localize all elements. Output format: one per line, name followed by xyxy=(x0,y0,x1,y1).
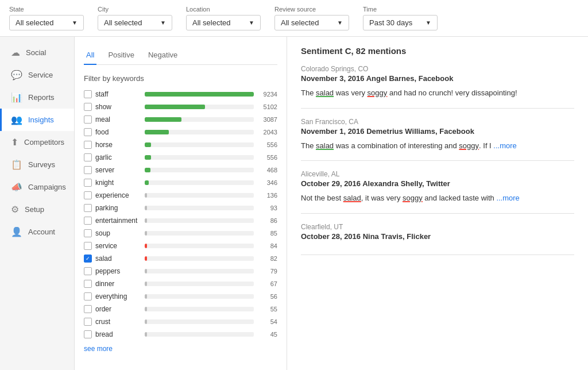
review-text: The salad was a combination of interesti… xyxy=(301,140,574,152)
sidebar-item-surveys[interactable]: 📋Surveys xyxy=(0,153,74,176)
keyword-checkbox-meal[interactable] xyxy=(84,115,92,124)
review-location: Aliceville, AL xyxy=(301,170,574,178)
keyword-row-bread: bread45 xyxy=(84,329,277,340)
sidebar-item-account[interactable]: 👤Account xyxy=(0,221,74,243)
keyword-name: experience xyxy=(95,191,141,199)
keyword-bar-container xyxy=(145,180,254,185)
keyword-checkbox-service[interactable] xyxy=(84,242,92,250)
filter-select-time[interactable]: Past 30 days▼ xyxy=(363,15,438,30)
keyword-checkbox-soup[interactable] xyxy=(84,229,92,237)
see-more-link[interactable]: see more xyxy=(84,345,277,353)
keyword-checkbox-salad[interactable] xyxy=(84,255,92,263)
tabs: AllPositiveNegative xyxy=(84,46,277,65)
tab-negative[interactable]: Negative xyxy=(146,46,180,65)
sidebar-item-label: Campaigns xyxy=(28,183,66,191)
filter-label: Time xyxy=(363,6,438,13)
sidebar-item-label: Surveys xyxy=(28,160,55,169)
keyword-bar-container xyxy=(145,332,254,337)
keyword-checkbox-entertainment[interactable] xyxy=(84,217,92,225)
review-meta: November 1, 2016 Demetrius Williams, Fac… xyxy=(301,127,574,136)
keyword-bar-container xyxy=(145,168,254,172)
sidebar-item-label: Competitors xyxy=(24,138,64,147)
keyword-count: 67 xyxy=(257,280,277,287)
keyword-checkbox-peppers[interactable] xyxy=(84,267,92,275)
keyword-checkbox-everything[interactable] xyxy=(84,292,92,300)
tab-all[interactable]: All xyxy=(84,46,96,65)
keyword-checkbox-staff[interactable] xyxy=(84,90,92,98)
sidebar-item-social[interactable]: ☁Social xyxy=(0,41,74,64)
reviews-panel: Sentiment C, 82 mentions Colorado Spring… xyxy=(287,37,588,370)
filter-label: Location xyxy=(186,6,261,13)
keyword-checkbox-parking[interactable] xyxy=(84,204,92,212)
sidebar-item-reports[interactable]: 📊Reports xyxy=(0,86,74,109)
sidebar-item-label: Reports xyxy=(28,93,55,102)
keyword-bar xyxy=(145,206,147,210)
keyword-count: 9234 xyxy=(257,91,277,98)
keyword-row-dinner: dinner67 xyxy=(84,278,277,290)
keyword-row-crust: crust54 xyxy=(84,316,277,327)
keyword-checkbox-bread[interactable] xyxy=(84,330,92,338)
keyword-name: peppers xyxy=(95,267,141,275)
keyword-name: bread xyxy=(95,330,141,338)
keyword-bar-container xyxy=(145,218,254,223)
review-card-0: Colorado Springs, CONovember 3, 2016 Ang… xyxy=(301,65,574,109)
review-text: The salad was very soggy and had no crun… xyxy=(301,87,574,99)
filter-select-review-source[interactable]: All selected▼ xyxy=(274,15,349,30)
keyword-checkbox-garlic[interactable] xyxy=(84,153,92,161)
keyword-row-horse: horse556 xyxy=(84,139,277,151)
keyword-name: garlic xyxy=(95,153,141,161)
reviews-list: Colorado Springs, CONovember 3, 2016 Ang… xyxy=(301,65,574,255)
keyword-count: 55 xyxy=(257,306,277,313)
sidebar-item-service[interactable]: 💬Service xyxy=(0,64,74,86)
filter-select-state[interactable]: All selected▼ xyxy=(9,15,84,30)
review-more-link[interactable]: ...more xyxy=(492,141,517,150)
keyword-bar-container xyxy=(145,282,254,286)
competitors-icon: ⬆ xyxy=(11,137,18,148)
review-card-1: San Francisco, CANovember 1, 2016 Demetr… xyxy=(301,118,574,161)
keyword-checkbox-horse[interactable] xyxy=(84,141,92,149)
keyword-name: meal xyxy=(95,115,141,124)
keyword-name: everything xyxy=(95,292,141,300)
keyword-checkbox-show[interactable] xyxy=(84,103,92,111)
keyword-bar xyxy=(145,142,151,147)
keyword-name: staff xyxy=(95,90,141,98)
filter-select-city[interactable]: All selected▼ xyxy=(98,15,172,30)
filter-label: City xyxy=(98,6,172,13)
keywords-panel: AllPositiveNegative Filter by keywords s… xyxy=(75,37,287,370)
sidebar-item-competitors[interactable]: ⬆Competitors xyxy=(0,131,74,153)
setup-icon: ⚙ xyxy=(11,204,19,215)
keyword-checkbox-crust[interactable] xyxy=(84,318,92,326)
keyword-row-peppers: peppers79 xyxy=(84,265,277,277)
keyword-checkbox-knight[interactable] xyxy=(84,179,92,187)
keyword-count: 5102 xyxy=(257,103,277,110)
keyword-bar xyxy=(145,332,147,337)
keyword-checkbox-experience[interactable] xyxy=(84,191,92,199)
sidebar-item-label: Account xyxy=(28,228,55,236)
sidebar-item-setup[interactable]: ⚙Setup xyxy=(0,198,74,221)
sidebar-item-campaigns[interactable]: 📣Campaigns xyxy=(0,176,74,198)
keyword-count: 346 xyxy=(257,179,277,186)
keyword-bar xyxy=(145,117,181,122)
keyword-list: staff9234show5102meal3087food2043horse55… xyxy=(84,88,277,340)
filter-group-time: TimePast 30 days▼ xyxy=(363,6,438,30)
account-icon: 👤 xyxy=(11,226,22,237)
keyword-row-server: server468 xyxy=(84,164,277,176)
keyword-checkbox-server[interactable] xyxy=(84,166,92,174)
chevron-down-icon: ▼ xyxy=(72,20,78,26)
chevron-down-icon: ▼ xyxy=(249,20,254,26)
keyword-name: food xyxy=(95,128,141,136)
filter-select-location[interactable]: All selected▼ xyxy=(186,15,261,30)
keyword-checkbox-order[interactable] xyxy=(84,305,92,313)
sidebar-item-insights[interactable]: 👥Insights xyxy=(0,109,74,131)
tab-positive[interactable]: Positive xyxy=(106,46,137,65)
keyword-bar-container xyxy=(145,231,254,236)
keyword-bar-container xyxy=(145,256,254,261)
keyword-bar-container xyxy=(145,193,254,198)
keyword-bar xyxy=(145,193,147,198)
keyword-count: 136 xyxy=(257,192,277,199)
keyword-checkbox-dinner[interactable] xyxy=(84,280,92,288)
chevron-down-icon: ▼ xyxy=(425,20,431,26)
review-more-link[interactable]: ...more xyxy=(494,194,520,202)
keyword-checkbox-food[interactable] xyxy=(84,128,92,136)
review-meta: November 3, 2016 Angel Barnes, Facebook xyxy=(301,74,574,83)
